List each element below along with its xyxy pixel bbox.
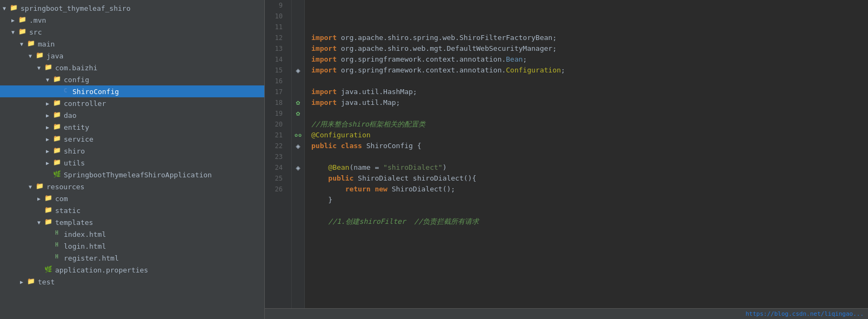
tree-item-src[interactable]: ▼ 📁 src [0, 26, 264, 38]
tree-item-utils[interactable]: ▶ 📁 utils [0, 157, 264, 169]
gutter-cell: ◈ [292, 162, 304, 173]
tree-arrow: ▼ [17, 41, 26, 47]
tree-indent [0, 52, 26, 60]
tree-indent [0, 16, 9, 24]
folder-icon: 📁 [9, 4, 18, 12]
file-tree[interactable]: ▼ 📁 springboot_thymeleaf_shiro ▶ 📁 .mvn … [0, 0, 265, 319]
tree-arrow [43, 172, 52, 178]
tree-item-static[interactable]: 📁 static [0, 204, 264, 216]
tree-label: entity [64, 123, 264, 131]
tree-item-controller[interactable]: ▶ 📁 controller [0, 97, 264, 109]
tree-indent [0, 183, 26, 191]
line-number: 25 [265, 173, 287, 184]
tree-item-appprops[interactable]: 🌿 application.properties [0, 264, 264, 276]
tree-label: config [64, 76, 264, 84]
tree-indent [0, 254, 43, 262]
gutter-cell [292, 119, 304, 130]
tree-item-java[interactable]: ▼ 📁 java [0, 50, 264, 62]
tree-indent [0, 171, 43, 179]
tree-item-main[interactable]: ▼ 📁 main [0, 38, 264, 50]
line-number: 11 [265, 22, 287, 32]
line-number: 23 [265, 151, 287, 162]
tree-item-templates[interactable]: ▼ 📁 templates [0, 216, 264, 228]
tree-item-mvn[interactable]: ▶ 📁 .mvn [0, 14, 264, 26]
line-numbers: 91011121314151617181920212223242526 [265, 0, 292, 308]
tree-item-dao[interactable]: ▶ 📁 dao [0, 109, 264, 121]
tree-item-com[interactable]: ▶ 📁 com [0, 192, 264, 204]
tree-label: springboot_thymeleaf_shiro [21, 4, 264, 12]
tree-item-shiro[interactable]: ▶ 📁 shiro [0, 145, 264, 157]
folder-icon: 📁 [17, 28, 27, 36]
tree-arrow: ▼ [43, 77, 52, 83]
line-number: 12 [265, 32, 287, 43]
tree-label: static [55, 207, 264, 215]
tree-arrow: ▼ [35, 65, 43, 71]
tree-item-combaizhi[interactable]: ▼ 📁 com.baizhi [0, 62, 264, 74]
tree-item-resources[interactable]: ▼ 📁 resources [0, 181, 264, 192]
gutter-cell: ✿ [292, 108, 304, 119]
tree-arrow: ▼ [0, 5, 9, 11]
tree-indent [0, 99, 43, 108]
tree-item-shiroconfig[interactable]: C ShiroConfig [0, 85, 264, 97]
java-class-icon: C [61, 87, 70, 96]
tree-item-index[interactable]: H index.html [0, 228, 264, 240]
gutter-cell [292, 184, 304, 195]
tree-arrow [43, 255, 52, 261]
tree-item-login[interactable]: H login.html [0, 240, 264, 252]
line-number: 24 [265, 162, 287, 173]
tree-indent [0, 135, 43, 143]
folder-icon: 📁 [52, 75, 62, 84]
code-line: } [311, 195, 868, 205]
tree-indent [0, 147, 43, 155]
tree-label: service [64, 135, 264, 143]
tree-indent [0, 88, 52, 96]
tree-item-springbootapp[interactable]: 🌿 SpringbootThymeleafShiroApplication [0, 169, 264, 181]
tree-label: com.baizhi [55, 64, 264, 72]
tree-arrow [43, 231, 52, 237]
html-icon: H [52, 254, 62, 262]
gutter-cell [292, 151, 304, 162]
code-line [311, 108, 868, 119]
tree-indent [0, 230, 43, 238]
tree-label: com [55, 195, 264, 203]
tree-arrow: ▶ [43, 148, 52, 154]
code-line [311, 151, 868, 162]
tree-label: register.html [64, 254, 264, 262]
gutter-cell [292, 0, 304, 11]
gutter-cell [292, 173, 304, 184]
gutter-cell [292, 87, 304, 97]
code-content[interactable]: import org.apache.shiro.spring.web.Shiro… [305, 0, 868, 308]
tree-arrow: ▶ [35, 196, 43, 202]
code-editor: 91011121314151617181920212223242526 ◈✿✿✿… [265, 0, 868, 319]
tree-indent [0, 76, 43, 84]
line-number: 22 [265, 141, 287, 151]
html-icon: H [52, 242, 62, 250]
tree-item-entity[interactable]: ▶ 📁 entity [0, 121, 264, 133]
tree-arrow: ▶ [9, 17, 17, 23]
code-line: //用来整合shiro框架相关的配置类 [311, 119, 868, 130]
tree-label: controller [64, 99, 264, 108]
folder-icon: 📁 [52, 158, 62, 167]
tree-item-root[interactable]: ▼ 📁 springboot_thymeleaf_shiro [0, 2, 264, 14]
folder-icon: 📁 [43, 206, 53, 215]
gutter-cell: ◈ [292, 65, 304, 76]
folder-java-icon: 📁 [35, 51, 44, 60]
gutter-cell: ✿✿ [292, 130, 304, 141]
code-line: import java.util.HashMap; [311, 87, 868, 97]
tree-label: test [38, 278, 264, 286]
tree-label: resources [46, 183, 264, 191]
tree-indent [0, 159, 43, 167]
tree-label: src [29, 28, 264, 36]
code-line: @Configuration [311, 130, 868, 141]
tree-arrow: ▼ [9, 29, 17, 35]
folder-icon: 📁 [52, 99, 62, 108]
tree-arrow [43, 243, 52, 249]
tree-item-service[interactable]: ▶ 📁 service [0, 133, 264, 145]
tree-item-register[interactable]: H register.html [0, 252, 264, 264]
gutter-cell [292, 32, 304, 43]
tree-item-config[interactable]: ▼ 📁 config [0, 74, 264, 85]
tree-arrow [35, 208, 43, 214]
tree-indent [0, 266, 35, 274]
tree-label: dao [64, 111, 264, 119]
tree-item-test[interactable]: ▶ 📁 test [0, 276, 264, 288]
